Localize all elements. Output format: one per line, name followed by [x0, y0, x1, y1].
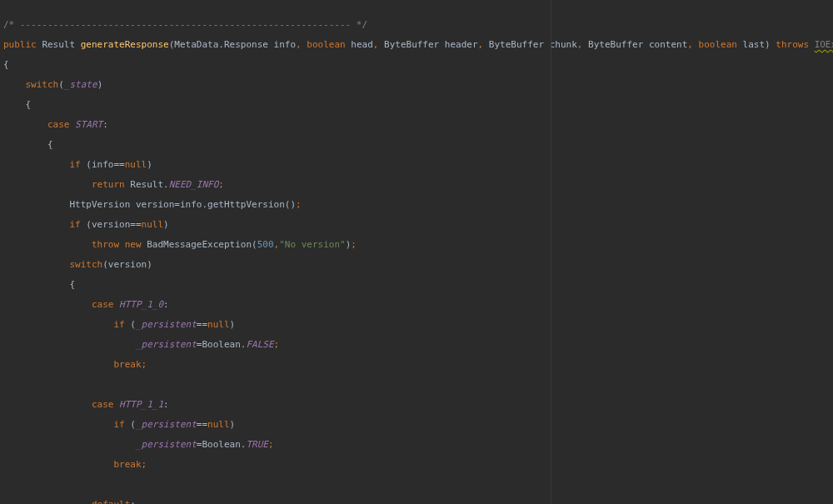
ioexception-warning: IOException [815, 39, 833, 50]
code-editor[interactable]: /* -------------------------------------… [0, 0, 833, 504]
right-margin-guide [551, 0, 551, 504]
method-signature: public Result generateResponse(MetaData.… [3, 40, 830, 50]
comment: /* -------------------------------------… [3, 19, 367, 30]
